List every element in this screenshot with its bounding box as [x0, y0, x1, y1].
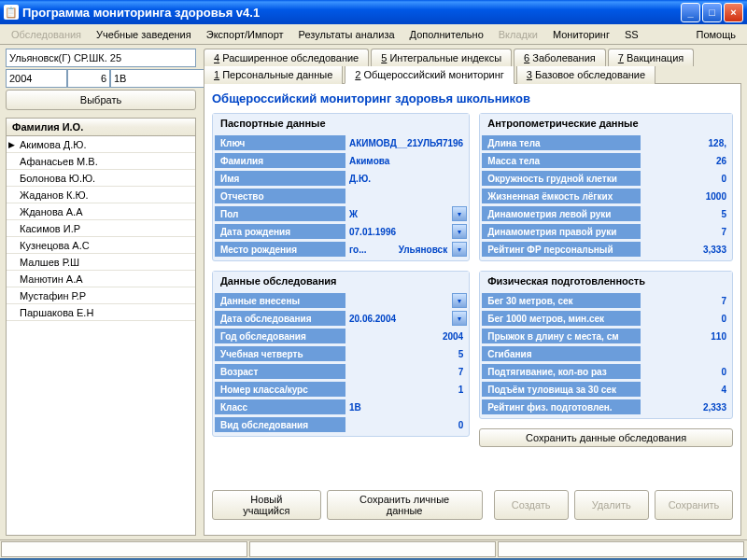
- new-student-button[interactable]: Новый учащийся: [212, 490, 321, 520]
- anthro-group: Антропометрические данные Длина тела128,…: [479, 113, 733, 261]
- maximize-button[interactable]: □: [702, 3, 722, 22]
- exam-year-field[interactable]: 2004: [345, 329, 467, 343]
- fitness-group: Физическая подготовленность Бег 30 метро…: [479, 271, 733, 419]
- anthro-header: Антропометрические данные: [480, 114, 732, 133]
- tab-vaccination[interactable]: 7 Вакцинация: [608, 49, 695, 66]
- create-button[interactable]: Создать: [494, 490, 569, 520]
- exam-date-dropdown-icon[interactable]: ▾: [452, 311, 467, 326]
- list-item[interactable]: Болонова Ю.Ю.: [7, 170, 195, 187]
- menu-bar: Обследования Учебные заведения Экспорт/И…: [0, 24, 747, 45]
- left-panel: Выбрать Фамилия И.О. ▶Акимова Д.Ю. Афана…: [0, 45, 202, 539]
- list-header: Фамилия И.О.: [6, 118, 196, 136]
- list-item[interactable]: Кузнецова А.С: [7, 237, 195, 254]
- menu-help[interactable]: Помощь: [689, 27, 744, 42]
- tab-extended[interactable]: 4 Расширенное обследование: [204, 49, 369, 66]
- dob-field[interactable]: 07.01.1996: [345, 224, 451, 239]
- list-item[interactable]: Жданова А.А: [7, 203, 195, 220]
- close-button[interactable]: ×: [724, 3, 743, 22]
- list-item[interactable]: Мустафин Р.Р: [7, 287, 195, 304]
- minimize-button[interactable]: _: [681, 3, 700, 22]
- menu-results[interactable]: Результаты анализа: [291, 27, 402, 42]
- quarter-field[interactable]: 5: [345, 346, 467, 361]
- menu-ss[interactable]: SS: [617, 27, 646, 42]
- tab-base[interactable]: 3 Базовое обследование: [516, 66, 655, 84]
- window-title: Программа мониторинга здоровья v4.1: [22, 6, 681, 20]
- list-item[interactable]: ▶Акимова Д.Ю.: [7, 136, 195, 153]
- save-button[interactable]: Сохранить: [655, 490, 733, 520]
- app-icon: 📋: [4, 5, 19, 20]
- jump-field[interactable]: 110: [641, 329, 730, 343]
- list-item[interactable]: Жаданов К.Ю.: [7, 187, 195, 203]
- passport-header: Паспортные данные: [213, 114, 469, 133]
- section-title: Общероссийский мониторинг здоровья школь…: [212, 91, 733, 105]
- dyn-right-field[interactable]: 7: [641, 224, 730, 239]
- menu-monitoring[interactable]: Мониторинг: [545, 27, 617, 42]
- menu-examinations[interactable]: Обследования: [4, 27, 89, 42]
- run1000-field[interactable]: 0: [641, 311, 730, 326]
- tab-indices[interactable]: 5 Интегральные индексы: [371, 49, 512, 66]
- save-exam-button[interactable]: Сохранить данные обследования: [479, 428, 733, 447]
- title-bar: 📋 Программа мониторинга здоровья v4.1 _ …: [0, 0, 747, 24]
- list-item[interactable]: Касимов И.Р: [7, 220, 195, 237]
- passport-group: Паспортные данные КлючАКИМОВД__21УЛЬЯ719…: [212, 113, 470, 261]
- selected-indicator-icon: ▶: [8, 140, 18, 149]
- menu-export[interactable]: Экспорт/Импорт: [199, 27, 291, 42]
- dyn-left-field[interactable]: 5: [641, 206, 730, 221]
- delete-button[interactable]: Удалить: [574, 490, 649, 520]
- pob-dropdown-icon[interactable]: ▾: [452, 242, 467, 257]
- dob-dropdown-icon[interactable]: ▾: [452, 224, 467, 239]
- exam-date-field[interactable]: 20.06.2004: [345, 311, 451, 326]
- patronymic-field[interactable]: [345, 189, 467, 203]
- run30-field[interactable]: 7: [641, 293, 730, 308]
- exam-header: Данные обследования: [213, 272, 469, 290]
- list-item[interactable]: Малшев Р.Ш: [7, 254, 195, 271]
- sex-field[interactable]: Ж: [345, 206, 451, 221]
- month-input[interactable]: [67, 69, 110, 88]
- tab-personal[interactable]: 1 Персональные данные: [204, 66, 343, 84]
- entered-field[interactable]: [345, 293, 451, 308]
- right-panel: 4 Расширенное обследование 5 Интегральны…: [202, 45, 747, 539]
- fitness-rating-field[interactable]: 2,333: [641, 399, 730, 414]
- exam-type-field[interactable]: 0: [345, 417, 467, 432]
- entered-dropdown-icon[interactable]: ▾: [452, 293, 467, 308]
- surname-field[interactable]: Акимова: [345, 153, 467, 168]
- location-input[interactable]: [6, 49, 196, 67]
- year-input[interactable]: [6, 69, 67, 88]
- fitness-header: Физическая подготовленность: [480, 272, 732, 290]
- menu-institutions[interactable]: Учебные заведения: [89, 27, 199, 42]
- save-personal-button[interactable]: Сохранить личные данные: [327, 490, 483, 520]
- mass-field[interactable]: 26: [641, 153, 730, 168]
- chest-field[interactable]: 0: [641, 171, 730, 186]
- select-button[interactable]: Выбрать: [6, 90, 196, 110]
- age-field[interactable]: 7: [345, 364, 467, 379]
- exam-group: Данные обследования Данные внесены▾ Дата…: [212, 271, 470, 437]
- list-item[interactable]: Манютин А.А: [7, 271, 195, 287]
- fr-rating-field[interactable]: 3,333: [641, 242, 730, 257]
- situp-field[interactable]: 4: [641, 382, 730, 397]
- key-field[interactable]: АКИМОВД__21УЛЬЯ7196: [345, 135, 467, 150]
- pullup-field[interactable]: 0: [641, 364, 730, 379]
- length-field[interactable]: 128,: [641, 135, 730, 150]
- tab-diseases[interactable]: 6 Заболевания: [514, 49, 606, 66]
- class-field[interactable]: 1В: [345, 399, 467, 414]
- list-item[interactable]: Афанасьев М.В.: [7, 153, 195, 170]
- lung-field[interactable]: 1000: [641, 189, 730, 203]
- pob-field[interactable]: го...Ульяновск: [345, 242, 451, 257]
- list-item[interactable]: Паршакова Е.Н: [7, 304, 195, 321]
- bend-field[interactable]: [641, 346, 730, 361]
- menu-tabs[interactable]: Вкладки: [491, 27, 545, 42]
- tab-monitoring[interactable]: 2 Общероссийский мониторинг: [345, 66, 514, 84]
- status-bar: [0, 539, 747, 558]
- student-list[interactable]: ▶Акимова Д.Ю. Афанасьев М.В. Болонова Ю.…: [6, 136, 196, 536]
- sex-dropdown-icon[interactable]: ▾: [452, 206, 467, 221]
- tab-content: Общероссийский мониторинг здоровья школь…: [204, 83, 741, 536]
- menu-additional[interactable]: Дополнительно: [402, 27, 491, 42]
- class-num-field[interactable]: 1: [345, 382, 467, 397]
- name-field[interactable]: Д.Ю.: [345, 171, 467, 186]
